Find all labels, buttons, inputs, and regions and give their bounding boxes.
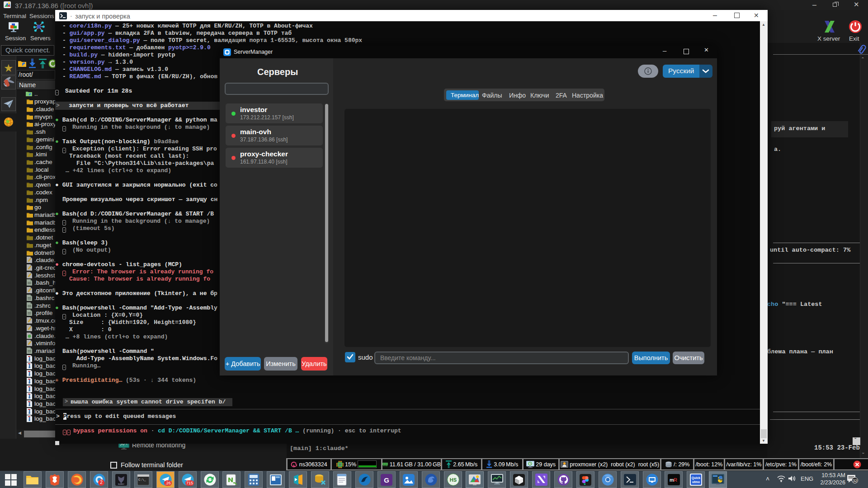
svg-text:utmo: utmo [692,480,699,483]
svg-text:C:\_: C:\_ [138,478,146,482]
svg-text:R: R [674,477,677,483]
svg-text:32: 32 [853,479,857,483]
svg-text:Quick: Quick [691,476,700,480]
svg-text:FURRY: FURRY [118,483,124,485]
svg-text:HS: HS [449,477,456,483]
svg-text:G: G [384,476,389,484]
